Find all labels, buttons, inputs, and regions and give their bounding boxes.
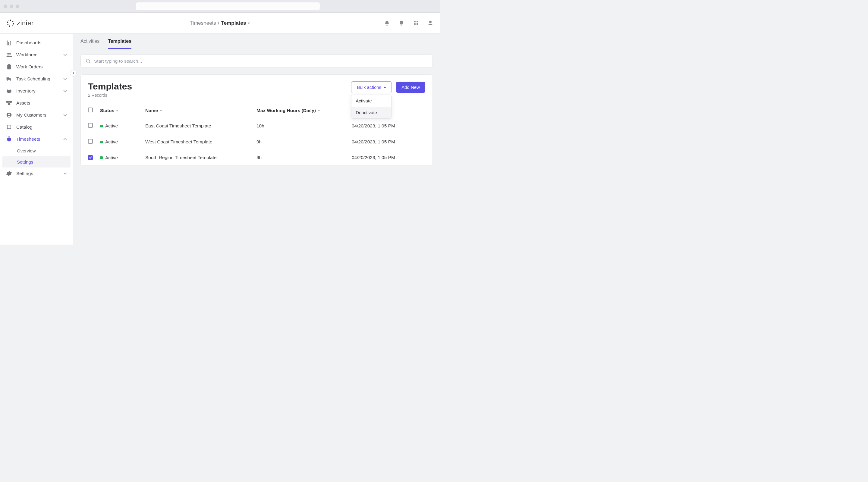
- bulk-actions-label: Bulk actions: [357, 85, 381, 90]
- col-max-hours-label: Max Working Hours (Daily): [256, 108, 316, 113]
- breadcrumb-parent[interactable]: Timesheets: [190, 20, 216, 26]
- cell-status: Active: [96, 118, 142, 134]
- search-input[interactable]: [94, 59, 428, 64]
- table-row[interactable]: ActiveWest Coast Timesheet Template9h04/…: [81, 134, 433, 150]
- sidebar-item-label: Task Scheduling: [16, 76, 50, 82]
- chevron-down-icon: [63, 77, 67, 81]
- col-max-hours[interactable]: Max Working Hours (Daily): [253, 103, 348, 118]
- bulk-menu-deactivate[interactable]: Deactivate: [351, 107, 391, 118]
- sidebar-item-inventory[interactable]: Inventory: [0, 85, 73, 97]
- table-row[interactable]: ActiveSouth Region Timesheet Template9h0…: [81, 150, 433, 166]
- sidebar-item-settings[interactable]: Settings: [0, 167, 73, 180]
- breadcrumb-current[interactable]: Templates: [221, 20, 250, 26]
- bulk-menu-activate[interactable]: Activate: [351, 95, 391, 107]
- apps-grid-icon[interactable]: [413, 20, 419, 26]
- lightbulb-icon[interactable]: [398, 20, 404, 26]
- brand-logo[interactable]: zinier: [7, 19, 34, 27]
- sidebar-item-my-customers[interactable]: My Customers: [0, 109, 73, 121]
- col-status[interactable]: Status: [96, 103, 142, 118]
- sidebar-item-catalog[interactable]: Catalog: [0, 121, 73, 133]
- svg-point-6: [7, 22, 8, 23]
- book-icon: [6, 124, 12, 130]
- table-row[interactable]: ActiveEast Coast Timesheet Template10h04…: [81, 118, 433, 134]
- sort-icon: [116, 110, 119, 111]
- chevron-down-icon: [63, 113, 67, 117]
- sidebar-item-task-scheduling[interactable]: Task Scheduling: [0, 73, 73, 85]
- sidebar-item-label: Inventory: [16, 88, 36, 94]
- users-icon: [6, 52, 12, 58]
- sidebar-subitem-label: Overview: [17, 148, 36, 153]
- sidebar-item-label: Workforce: [16, 52, 37, 58]
- sidebar-item-label: Work Orders: [16, 64, 43, 70]
- traffic-lights: [4, 4, 19, 8]
- sidebar-item-label: Settings: [16, 171, 33, 176]
- status-text: Active: [105, 123, 118, 129]
- cubes-icon: [6, 100, 12, 106]
- address-bar[interactable]: [136, 2, 320, 10]
- sort-icon: [318, 110, 320, 111]
- cell-name: East Coast Timesheet Template: [142, 118, 253, 134]
- bulk-actions-button[interactable]: Bulk actions: [351, 81, 392, 93]
- chevron-down-icon: [63, 53, 67, 57]
- search-icon: [86, 59, 91, 64]
- sidebar-subitem-settings[interactable]: Settings: [2, 156, 70, 167]
- cell-status: Active: [96, 150, 142, 166]
- sidebar-collapse-button[interactable]: [70, 70, 76, 76]
- chevron-up-icon: [63, 137, 67, 141]
- traffic-light-close[interactable]: [4, 4, 7, 8]
- chevron-down-icon: [247, 22, 250, 25]
- clipboard-icon: [6, 64, 12, 70]
- chevron-down-icon: [63, 172, 67, 175]
- sidebar-item-assets[interactable]: Assets: [0, 97, 73, 109]
- svg-point-1: [12, 21, 13, 22]
- traffic-light-minimize[interactable]: [10, 4, 13, 8]
- stopwatch-icon: [6, 136, 12, 142]
- cell-last-updated: 04/20/2023, 1:05 PM: [348, 134, 433, 150]
- sidebar-item-dashboards[interactable]: Dashboards: [0, 37, 73, 49]
- row-checkbox[interactable]: [88, 123, 93, 128]
- breadcrumb: Timesheets / Templates: [190, 20, 250, 26]
- status-dot-icon: [100, 156, 103, 159]
- tab-activities[interactable]: Activities: [81, 34, 99, 49]
- breadcrumb-separator: /: [218, 20, 219, 26]
- breadcrumb-current-label: Templates: [221, 20, 246, 26]
- main-content: ActivitiesTemplates Templates 2 Records …: [73, 34, 440, 245]
- truck-icon: [6, 76, 12, 82]
- svg-point-0: [10, 20, 11, 21]
- brand-mark-icon: [7, 19, 14, 27]
- svg-point-2: [13, 23, 14, 24]
- row-checkbox[interactable]: [88, 139, 93, 144]
- header-actions: [384, 20, 433, 26]
- person-circle-icon: [6, 112, 12, 118]
- cell-status: Active: [96, 134, 142, 150]
- chevron-down-icon: [63, 89, 67, 93]
- svg-point-4: [9, 25, 10, 27]
- user-icon[interactable]: [427, 20, 433, 26]
- sidebar-subitem-overview[interactable]: Overview: [0, 145, 73, 156]
- app-header: zinier Timesheets / Templates: [0, 13, 440, 34]
- select-all-checkbox[interactable]: [88, 107, 93, 113]
- col-name[interactable]: Name: [142, 103, 253, 118]
- tab-templates[interactable]: Templates: [108, 34, 131, 49]
- sidebar-item-timesheets[interactable]: Timesheets: [0, 133, 73, 145]
- svg-point-5: [7, 24, 8, 25]
- sidebar-item-label: Timesheets: [16, 136, 40, 142]
- row-checkbox[interactable]: [88, 155, 93, 160]
- cell-name: West Coast Timesheet Template: [142, 134, 253, 150]
- cell-name: South Region Timesheet Template: [142, 150, 253, 166]
- svg-point-3: [12, 25, 13, 26]
- cell-last-updated: 04/20/2023, 1:05 PM: [348, 118, 433, 134]
- sidebar-subitem-label: Settings: [17, 159, 33, 164]
- sidebar-item-label: Assets: [16, 100, 30, 106]
- search-box[interactable]: [81, 55, 433, 68]
- add-new-label: Add New: [401, 85, 420, 90]
- col-select-all[interactable]: [81, 103, 96, 118]
- traffic-light-zoom[interactable]: [16, 4, 19, 8]
- sidebar-item-workforce[interactable]: Workforce: [0, 49, 73, 61]
- bell-icon[interactable]: [384, 20, 390, 26]
- sort-icon: [160, 110, 162, 111]
- status-dot-icon: [100, 125, 103, 127]
- add-new-button[interactable]: Add New: [396, 82, 425, 93]
- sidebar-item-work-orders[interactable]: Work Orders: [0, 61, 73, 73]
- col-status-label: Status: [100, 108, 114, 113]
